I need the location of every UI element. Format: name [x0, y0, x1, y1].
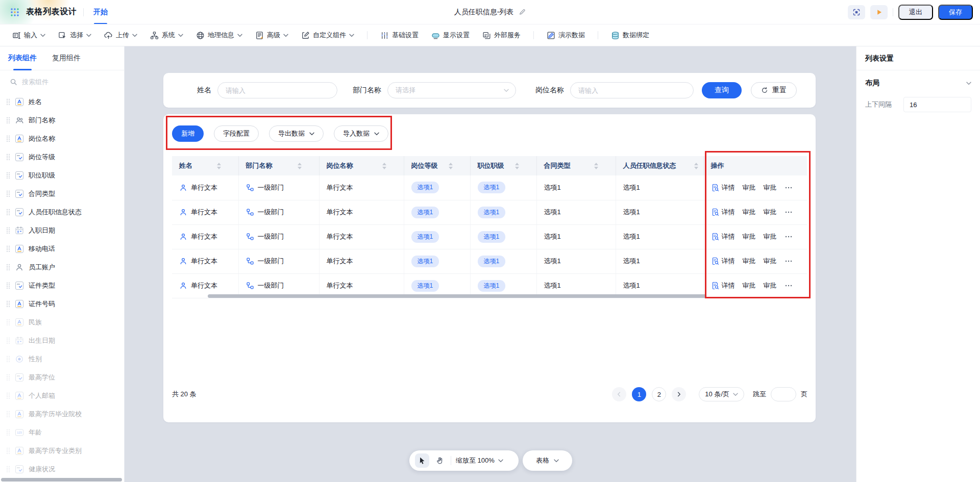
- sort-control[interactable]: [217, 163, 233, 169]
- ribbon-item-advanced[interactable]: 高级: [255, 31, 288, 40]
- field-item-health[interactable]: 健康状况: [0, 460, 124, 478]
- field-item-grade[interactable]: 岗位等级: [0, 148, 124, 166]
- page-size-select[interactable]: 10 条/页: [699, 387, 744, 401]
- field-item-id-type[interactable]: 证件类型: [0, 276, 124, 295]
- edit-title-icon[interactable]: [518, 8, 526, 16]
- field-item-birth-date[interactable]: 出生日期: [0, 332, 124, 350]
- field-item-post[interactable]: 岗位名称: [0, 130, 124, 148]
- layout-section-header[interactable]: 布局: [856, 70, 980, 93]
- approve-link[interactable]: 审批: [743, 257, 756, 266]
- name-search-input[interactable]: [217, 82, 337, 98]
- more-actions-icon[interactable]: [785, 208, 793, 216]
- detail-link[interactable]: 详情: [711, 281, 735, 290]
- drag-handle-icon[interactable]: [6, 154, 10, 161]
- ribbon-item-external-service[interactable]: 外部服务: [482, 31, 521, 40]
- field-item-hire-date[interactable]: 入职日期: [0, 221, 124, 240]
- fullscreen-button[interactable]: [848, 5, 865, 19]
- drag-handle-icon[interactable]: [6, 264, 10, 271]
- ribbon-item-system[interactable]: 系统: [150, 31, 183, 40]
- sort-control[interactable]: [449, 163, 465, 169]
- field-item-status[interactable]: 人员任职信息状态: [0, 203, 124, 221]
- ribbon-item-demo-data[interactable]: 演示数据: [547, 31, 585, 40]
- pan-tool-button[interactable]: [434, 454, 446, 467]
- drag-handle-icon[interactable]: [6, 300, 10, 308]
- detail-link[interactable]: 详情: [711, 208, 735, 217]
- more-actions-icon[interactable]: [785, 282, 793, 290]
- ribbon-item-select[interactable]: 选择: [58, 31, 91, 40]
- detail-link[interactable]: 详情: [711, 183, 735, 192]
- field-item-ethnicity[interactable]: 民族: [0, 313, 124, 332]
- approve-link[interactable]: 审批: [764, 183, 777, 192]
- drag-handle-icon[interactable]: [6, 227, 10, 234]
- sidebar-horizontal-scrollbar[interactable]: [1, 478, 122, 481]
- field-item-id-number[interactable]: 证件号码: [0, 295, 124, 313]
- ribbon-item-display-settings[interactable]: 显示设置: [431, 31, 470, 40]
- drag-handle-icon[interactable]: [6, 117, 10, 124]
- field-item-school[interactable]: 最高学历毕业院校: [0, 405, 124, 423]
- sort-control[interactable]: [594, 163, 610, 169]
- ribbon-item-geo[interactable]: 地理信息: [196, 31, 242, 40]
- approve-link[interactable]: 审批: [743, 281, 756, 290]
- field-item-major[interactable]: 最高学历专业类别: [0, 442, 124, 460]
- approve-link[interactable]: 审批: [764, 257, 777, 266]
- ribbon-item-basic-settings[interactable]: 基础设置: [380, 31, 419, 40]
- field-config-button[interactable]: 字段配置: [214, 125, 259, 142]
- zoom-select[interactable]: 缩放至 100%: [456, 456, 503, 465]
- page-button-1[interactable]: 1: [632, 387, 646, 401]
- reset-button[interactable]: 重置: [751, 82, 797, 98]
- department-select[interactable]: 请选择: [387, 82, 516, 98]
- field-item-department[interactable]: 部门名称: [0, 111, 124, 130]
- approve-link[interactable]: 审批: [764, 208, 777, 217]
- tab-start[interactable]: 开始: [90, 0, 111, 24]
- approve-link[interactable]: 审批: [764, 232, 777, 241]
- post-search-input[interactable]: [570, 82, 694, 98]
- sort-control[interactable]: [515, 163, 531, 169]
- pointer-tool-button[interactable]: [415, 453, 429, 468]
- table-horizontal-scrollbar[interactable]: [208, 294, 706, 298]
- detail-link[interactable]: 详情: [711, 257, 735, 266]
- tab-list-components[interactable]: 列表组件: [8, 46, 37, 70]
- prev-page-button[interactable]: [612, 387, 626, 401]
- export-data-button[interactable]: 导出数据: [269, 125, 324, 142]
- approve-link[interactable]: 审批: [743, 232, 756, 241]
- jump-page-input[interactable]: [771, 387, 796, 401]
- sort-control[interactable]: [694, 163, 698, 169]
- save-button[interactable]: 保存: [938, 5, 973, 20]
- app-grid-icon[interactable]: [10, 8, 19, 17]
- search-input[interactable]: [22, 78, 104, 86]
- drag-handle-icon[interactable]: [6, 172, 10, 179]
- add-button[interactable]: 新增: [172, 125, 204, 142]
- preview-button[interactable]: [870, 5, 888, 19]
- next-page-button[interactable]: [672, 387, 686, 401]
- more-actions-icon[interactable]: [785, 233, 793, 241]
- page-button-2[interactable]: 2: [652, 387, 666, 401]
- tab-reusable-components[interactable]: 复用组件: [52, 46, 81, 70]
- ribbon-item-data-binding[interactable]: 数据绑定: [611, 31, 649, 40]
- field-item-mobile[interactable]: 移动电话: [0, 240, 124, 258]
- exit-button[interactable]: 退出: [898, 5, 933, 20]
- field-item-contract[interactable]: 合同类型: [0, 185, 124, 203]
- field-item-degree[interactable]: 最高学位: [0, 368, 124, 387]
- import-data-button[interactable]: 导入数据: [334, 125, 388, 142]
- sort-control[interactable]: [298, 163, 314, 169]
- field-item-email[interactable]: 个人邮箱: [0, 387, 124, 405]
- more-actions-icon[interactable]: [785, 184, 793, 192]
- approve-link[interactable]: 审批: [743, 208, 756, 217]
- drag-handle-icon[interactable]: [6, 135, 10, 142]
- ribbon-item-upload[interactable]: 上传: [104, 31, 137, 40]
- field-item-rank[interactable]: 职位职级: [0, 166, 124, 185]
- approve-link[interactable]: 审批: [764, 281, 777, 290]
- sort-control[interactable]: [382, 163, 399, 169]
- spacing-input[interactable]: [903, 97, 971, 112]
- drag-handle-icon[interactable]: [6, 190, 10, 197]
- drag-handle-icon[interactable]: [6, 209, 10, 216]
- query-button[interactable]: 查询: [702, 82, 742, 98]
- widget-select[interactable]: 表格: [523, 450, 572, 471]
- ribbon-item-custom[interactable]: 自定义组件: [301, 31, 354, 40]
- field-item-account[interactable]: 员工账户: [0, 258, 124, 276]
- more-actions-icon[interactable]: [785, 257, 793, 265]
- drag-handle-icon[interactable]: [6, 282, 10, 289]
- field-item-gender[interactable]: 性别: [0, 350, 124, 368]
- drag-handle-icon[interactable]: [6, 98, 10, 106]
- field-item-name[interactable]: 姓名: [0, 93, 124, 111]
